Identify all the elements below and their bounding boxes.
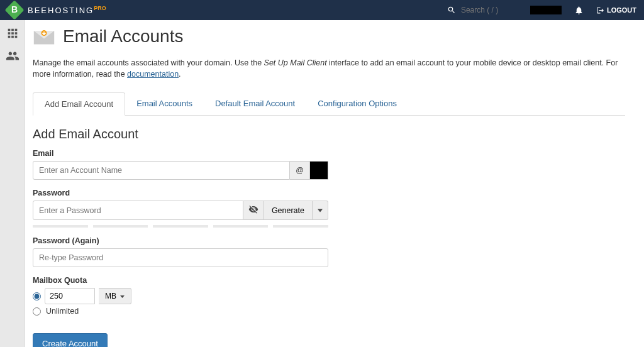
quota-unit-dropdown[interactable]: MB: [99, 288, 131, 304]
intro-text: Manage the email accounts associated wit…: [33, 58, 625, 80]
section-title: Add Email Account: [33, 127, 625, 141]
password-input[interactable]: [33, 201, 243, 220]
documentation-link[interactable]: documentation: [127, 70, 179, 79]
generate-password-dropdown[interactable]: [313, 201, 328, 220]
brand-name: BEEHOSTINGPRO: [28, 5, 106, 15]
email-label: Email: [33, 149, 625, 158]
quota-value-input[interactable]: [45, 288, 95, 304]
eye-off-icon: [248, 204, 258, 214]
search-icon: [447, 6, 456, 14]
brand-logo-icon: [4, 0, 24, 19]
tab-default-email-account[interactable]: Default Email Account: [204, 92, 306, 115]
mailbox-quota-label: Mailbox Quota: [33, 276, 625, 285]
tabs-bar: Add Email Account Email Accounts Default…: [33, 92, 625, 116]
tab-email-accounts[interactable]: Email Accounts: [125, 92, 204, 115]
grid-apps-icon[interactable]: [6, 26, 19, 40]
main-content: Email Accounts Manage the email accounts…: [25, 20, 644, 347]
bell-icon[interactable]: [574, 6, 584, 15]
email-domain-value: [310, 161, 328, 180]
tab-configuration-options[interactable]: Configuration Options: [306, 92, 408, 115]
quota-fixed-radio[interactable]: [33, 292, 41, 300]
email-domain-addon: @: [290, 161, 310, 180]
quota-unlimited-radio[interactable]: [33, 307, 41, 316]
user-account-menu[interactable]: [530, 6, 562, 14]
search-box[interactable]: [447, 6, 518, 14]
caret-down-icon: [120, 295, 125, 299]
generate-password-button[interactable]: Generate: [264, 201, 313, 220]
top-navbar: BEEHOSTINGPRO LOGOUT: [0, 0, 644, 20]
password-strength-meter: [33, 225, 328, 228]
toggle-password-visibility-button[interactable]: [243, 201, 264, 220]
quota-unlimited-label: Unlimited: [46, 307, 79, 316]
tab-add-email-account[interactable]: Add Email Account: [33, 92, 125, 116]
logout-icon: [596, 6, 604, 14]
caret-down-icon: [318, 208, 323, 213]
create-account-button[interactable]: Create Account: [33, 333, 108, 347]
logout-button[interactable]: LOGOUT: [596, 6, 636, 14]
search-input[interactable]: [461, 6, 518, 14]
password-again-input[interactable]: [33, 248, 328, 267]
email-account-input[interactable]: [33, 161, 290, 180]
page-title: Email Accounts: [63, 26, 183, 47]
password-label: Password: [33, 189, 625, 197]
password-again-label: Password (Again): [33, 236, 625, 245]
left-sidebar: [0, 20, 25, 347]
users-icon[interactable]: [6, 49, 19, 63]
email-envelope-icon: [33, 27, 55, 46]
